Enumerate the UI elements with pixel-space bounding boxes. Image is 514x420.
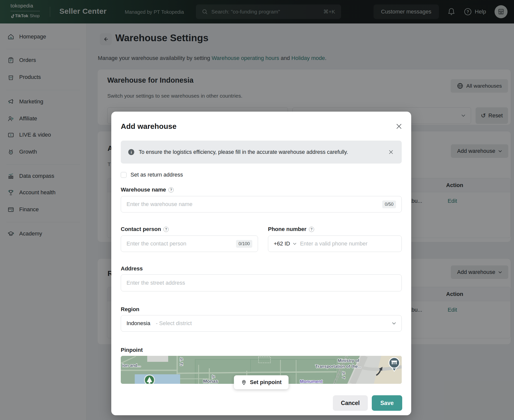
help-tooltip-icon[interactable]: ?	[168, 187, 174, 193]
region-select[interactable]: Indonesia - Select district	[121, 315, 402, 332]
region-value: Indonesia	[127, 320, 150, 327]
warehouse-name-input-shell: 0/50	[121, 196, 402, 212]
info-icon: i	[128, 149, 134, 155]
banner-dismiss-button[interactable]	[388, 149, 394, 155]
contact-person-label: Contact person	[121, 226, 161, 232]
region-label-row: Region	[121, 306, 139, 313]
address-label-row: Address	[121, 265, 143, 272]
phone-number-label: Phone number	[268, 226, 306, 232]
info-banner-text: To ensure the logistics efficiency, plea…	[139, 149, 383, 155]
save-button[interactable]: Save	[372, 395, 402, 411]
warehouse-name-input[interactable]	[127, 201, 379, 208]
map-label-left: ion and...	[122, 363, 141, 368]
modal-close-button[interactable]	[395, 123, 403, 130]
return-address-checkbox[interactable]	[121, 172, 127, 178]
region-label: Region	[121, 306, 139, 313]
map-label-street-1: Jl. Ti	[179, 357, 184, 366]
address-input-shell	[121, 274, 402, 291]
seller-center-page: tokopedia TikTok Shop Seller Center Mana…	[0, 0, 514, 420]
address-input[interactable]	[127, 280, 396, 286]
map-label-street-2: Jl.	[211, 375, 216, 379]
contact-person-input-shell: 0/100	[121, 235, 258, 252]
map-label-monas: Monas	[203, 379, 218, 384]
phone-number-label-row: Phone number ?	[268, 226, 314, 232]
contact-person-label-row: Contact person ?	[121, 226, 169, 232]
chevron-down-icon	[392, 322, 396, 325]
pinpoint-label: Pinpoint	[121, 347, 143, 353]
char-counter: 0/100	[236, 240, 252, 248]
address-label: Address	[121, 265, 143, 272]
warehouse-name-label: Warehouse name	[121, 187, 166, 193]
contact-person-input[interactable]	[127, 240, 233, 247]
info-banner: i To ensure the logistics efficiency, pl…	[121, 141, 402, 164]
pinpoint-icon	[241, 379, 247, 385]
char-counter: 0/50	[382, 201, 396, 208]
map-label-ministry-1: Ministry of	[338, 358, 359, 363]
phone-number-input[interactable]	[300, 240, 396, 247]
modal-title: Add warehouse	[121, 122, 176, 131]
help-tooltip-icon[interactable]: ?	[309, 227, 314, 232]
pinpoint-map[interactable]: ion and... Monas Monument Ministry of Tr…	[121, 356, 402, 384]
cancel-button[interactable]: Cancel	[333, 395, 368, 411]
park-tree-icon	[144, 375, 154, 384]
add-warehouse-modal: Add warehouse i To ensure the logistics …	[111, 112, 411, 415]
warehouse-name-label-row: Warehouse name ?	[121, 187, 174, 193]
help-tooltip-icon[interactable]: ?	[163, 227, 169, 232]
pinpoint-label-row: Pinpoint	[121, 347, 143, 353]
phone-number-input-shell: +62 ID	[268, 235, 402, 252]
return-address-checkbox-label: Set as return address	[130, 172, 183, 178]
country-code-select[interactable]: +62 ID	[274, 240, 296, 247]
set-pinpoint-label: Set pinpoint	[250, 379, 281, 386]
region-placeholder: - Select district	[156, 320, 192, 327]
close-icon	[388, 150, 393, 155]
map-label-street-3: Jl. T	[342, 371, 346, 379]
chevron-down-icon	[293, 243, 296, 245]
close-icon	[396, 123, 402, 130]
country-code-value: +62 ID	[274, 240, 290, 247]
set-pinpoint-button[interactable]: Set pinpoint	[234, 375, 288, 389]
return-address-checkbox-row[interactable]: Set as return address	[121, 172, 183, 178]
map-label-monument: Monument	[300, 379, 323, 384]
map-label-ministry-2: Transportation of the...	[315, 364, 361, 369]
